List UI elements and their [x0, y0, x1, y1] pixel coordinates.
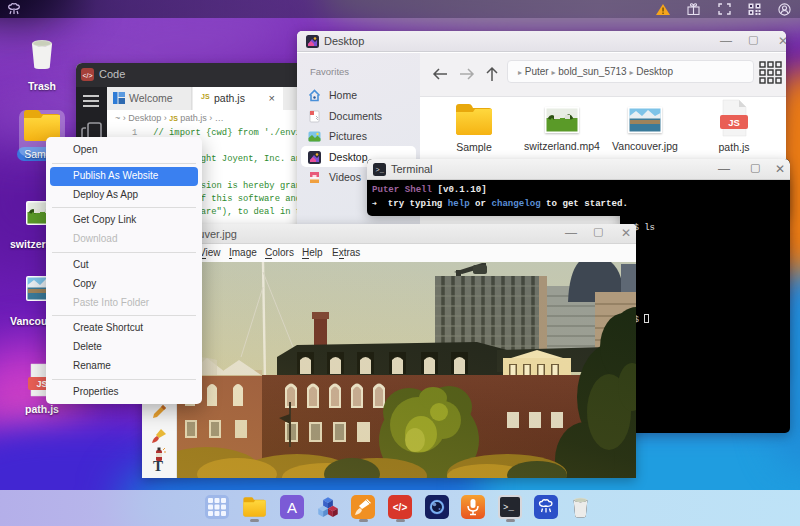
svg-text:</>: </> [82, 72, 92, 79]
svg-text:>_: >_ [503, 503, 514, 513]
svg-text:JS: JS [728, 117, 740, 128]
svg-text:A: A [287, 499, 297, 516]
svg-text:</>: </> [393, 502, 408, 513]
svg-text:>_: >_ [376, 166, 385, 174]
